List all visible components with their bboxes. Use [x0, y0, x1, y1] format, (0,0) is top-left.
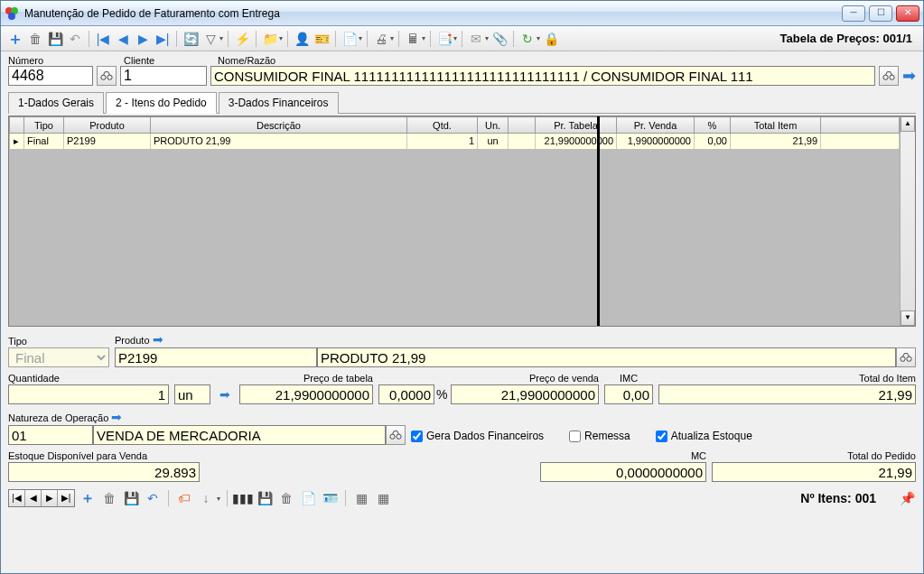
- item-add-icon[interactable]: ＋: [79, 489, 97, 507]
- nav-prev-icon[interactable]: ◀: [25, 490, 42, 506]
- totalitem-input: [658, 384, 916, 404]
- col-totalitem[interactable]: Total Item: [731, 117, 821, 134]
- col-pct[interactable]: %: [695, 117, 731, 134]
- nav-first-icon[interactable]: |◀: [9, 490, 25, 506]
- cliente-label: Cliente: [124, 55, 214, 66]
- print-icon[interactable]: 🖨: [372, 30, 390, 48]
- chk-atualiza[interactable]: [656, 430, 667, 442]
- item-barcode-icon[interactable]: ▮▮▮: [234, 489, 252, 507]
- ticket-icon[interactable]: 🎫: [313, 30, 331, 48]
- tab-dados-gerais[interactable]: 1-Dados Gerais: [8, 92, 104, 114]
- un-input: [174, 384, 210, 404]
- bolt-icon[interactable]: ⚡: [233, 30, 251, 48]
- produto-lookup-button[interactable]: [896, 347, 916, 367]
- cliente-input[interactable]: [120, 66, 207, 86]
- tab-itens-pedido[interactable]: 2 - Itens do Pedido: [106, 92, 217, 114]
- folder-icon[interactable]: 📁: [261, 30, 279, 48]
- quantidade-input[interactable]: [8, 384, 169, 404]
- last-icon[interactable]: ▶|: [154, 30, 172, 48]
- svg-point-2: [8, 13, 15, 20]
- export-icon[interactable]: ↻: [518, 30, 537, 48]
- totalped-input: [712, 462, 916, 482]
- item-save2-icon[interactable]: 💾: [256, 489, 274, 507]
- report-icon[interactable]: 📄: [341, 30, 359, 48]
- table-row[interactable]: ▸ Final P2199 PRODUTO 21,99 1 un 21,9900…: [10, 134, 900, 149]
- prtabela-label: Preço de tabela: [239, 373, 373, 384]
- col-produto[interactable]: Produto: [64, 117, 151, 134]
- chk-gerafin[interactable]: [411, 430, 423, 442]
- estoque-input: [8, 462, 200, 482]
- chk-remessa[interactable]: [569, 430, 581, 442]
- nav-next-icon[interactable]: ▶: [42, 490, 58, 506]
- item-trash2-icon[interactable]: 🗑: [277, 489, 295, 507]
- col-prvenda[interactable]: Pr. Venda: [617, 117, 695, 134]
- natop-lookup-button[interactable]: [386, 425, 406, 445]
- item-badge-icon[interactable]: 🪪: [321, 489, 339, 507]
- prev-icon[interactable]: ◀: [114, 30, 132, 48]
- mc-input: [540, 462, 706, 482]
- refresh-icon[interactable]: 🔄: [182, 30, 200, 48]
- un-arrow-icon[interactable]: ➡: [219, 387, 230, 402]
- mail-icon[interactable]: ✉: [467, 30, 485, 48]
- delete-icon[interactable]: 🗑: [26, 30, 44, 48]
- footer-toolbar: |◀ ◀ ▶ ▶| ＋ 🗑 💾 ↶ 🏷 ↓ ▾ ▮▮▮ 💾 🗑 📄 🪪 ▦ ▦ …: [8, 489, 916, 507]
- nome-forward-button[interactable]: ➡: [902, 66, 916, 86]
- item-tag-icon[interactable]: 🏷: [175, 489, 193, 507]
- natop-code-input[interactable]: [8, 425, 93, 445]
- tipo-select: Final: [8, 347, 109, 367]
- numero-label: Número: [8, 55, 97, 66]
- tab-dados-financeiros[interactable]: 3-Dados Financeiros: [219, 92, 339, 114]
- pct-input[interactable]: [378, 384, 434, 404]
- imc-input: [604, 384, 653, 404]
- estoque-label: Estoque Disponível para Venda: [8, 450, 200, 461]
- totalped-label: Total do Pedido: [712, 450, 916, 461]
- produto-code-input: [115, 347, 317, 367]
- first-icon[interactable]: |◀: [94, 30, 112, 48]
- prvenda-label: Preço de venda: [451, 373, 599, 384]
- grid-splitter[interactable]: [597, 116, 600, 326]
- col-prtabela[interactable]: Pr. Tabela: [536, 117, 617, 134]
- person-icon[interactable]: 👤: [293, 30, 311, 48]
- produto-link-icon[interactable]: ➡: [153, 332, 163, 347]
- col-descricao[interactable]: Descrição: [151, 117, 407, 134]
- scroll-down-icon[interactable]: ▼: [901, 310, 915, 326]
- nav-last-icon[interactable]: ▶|: [58, 490, 74, 506]
- lock-icon[interactable]: 🔒: [542, 30, 560, 48]
- nome-lookup-button[interactable]: [879, 66, 899, 86]
- items-grid: Tipo Produto Descrição Qtd. Un. Pr. Tabe…: [8, 116, 916, 327]
- filter-icon[interactable]: ▽: [201, 30, 219, 48]
- scroll-up-icon[interactable]: ▲: [901, 116, 915, 132]
- maximize-button[interactable]: ☐: [869, 5, 892, 22]
- item-doc-icon[interactable]: 📄: [299, 489, 317, 507]
- item-save-icon[interactable]: 💾: [122, 489, 140, 507]
- calc-icon[interactable]: 🖩: [404, 30, 422, 48]
- item-delete-icon[interactable]: 🗑: [100, 489, 118, 507]
- add-icon[interactable]: ＋: [6, 30, 24, 48]
- pin-icon[interactable]: 📌: [898, 489, 916, 507]
- svg-point-6: [890, 75, 894, 79]
- undo-icon[interactable]: ↶: [66, 30, 84, 48]
- imc-label: IMC: [604, 373, 653, 384]
- item-grid2-icon[interactable]: ▦: [374, 489, 392, 507]
- item-down-icon[interactable]: ↓: [197, 489, 215, 507]
- natop-label: Natureza de Operação: [8, 412, 108, 423]
- clip-icon[interactable]: 📎: [490, 30, 509, 48]
- numero-lookup-button[interactable]: [97, 66, 117, 86]
- natop-link-icon[interactable]: ➡: [111, 410, 122, 424]
- col-tipo[interactable]: Tipo: [24, 117, 64, 134]
- numero-input[interactable]: [8, 66, 93, 86]
- col-un[interactable]: Un.: [478, 117, 509, 134]
- minimize-button[interactable]: ─: [842, 5, 865, 22]
- copy-icon[interactable]: 📑: [435, 30, 453, 48]
- totalitem-label: Total do Item: [658, 373, 916, 384]
- prvenda-input[interactable]: [451, 384, 599, 404]
- close-button[interactable]: ✕: [896, 5, 919, 22]
- next-icon[interactable]: ▶: [134, 30, 152, 48]
- item-undo-icon[interactable]: ↶: [144, 489, 162, 507]
- item-grid-icon[interactable]: ▦: [352, 489, 370, 507]
- vertical-scrollbar[interactable]: ▲ ▼: [900, 116, 915, 326]
- col-qtd[interactable]: Qtd.: [407, 117, 478, 134]
- svg-point-10: [397, 434, 401, 439]
- save-icon[interactable]: 💾: [46, 30, 64, 48]
- svg-point-4: [107, 75, 112, 79]
